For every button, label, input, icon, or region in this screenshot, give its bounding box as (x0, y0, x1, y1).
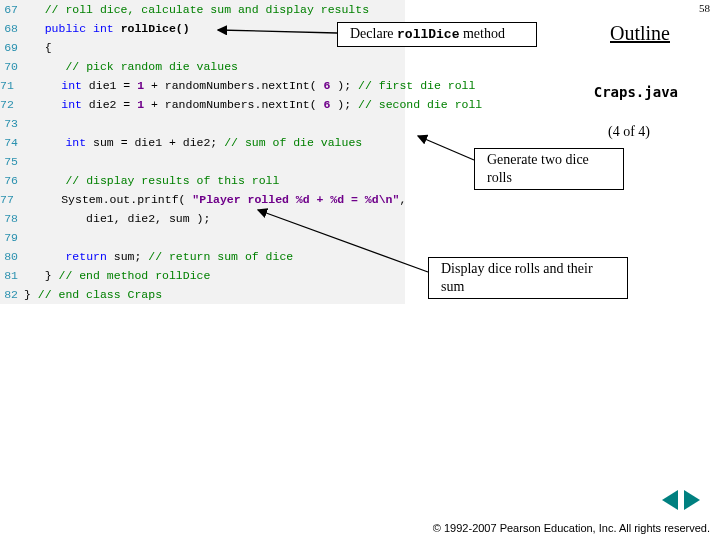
page-counter: (4 of 4) (608, 124, 650, 140)
code-line: 79 (0, 228, 405, 247)
callout-text: method (459, 26, 505, 41)
code-line: 80 return sum; // return sum of dice (0, 247, 405, 266)
code-text: int die1 = 1 + randomNumbers.nextInt( 6 … (20, 76, 476, 95)
code-text: // display results of this roll (24, 171, 279, 190)
line-number: 77 (0, 190, 20, 209)
code-line: 73 (0, 114, 405, 133)
code-text: } // end method rollDice (24, 266, 210, 285)
line-number: 81 (0, 266, 24, 285)
code-line: 75 (0, 152, 405, 171)
code-line: 70 // pick random die values (0, 57, 405, 76)
line-number: 71 (0, 76, 20, 95)
callout-code: rollDice (397, 27, 459, 42)
line-number: 76 (0, 171, 24, 190)
copyright-notice: © 1992-2007 Pearson Education, Inc. All … (433, 522, 710, 534)
line-number: 72 (0, 95, 20, 114)
callout-generate-rolls: Generate two dice rolls (474, 148, 624, 190)
line-number: 70 (0, 57, 24, 76)
code-line: 82} // end class Craps (0, 285, 405, 304)
line-number: 67 (0, 0, 24, 19)
line-number: 74 (0, 133, 24, 152)
line-number: 78 (0, 209, 24, 228)
code-text: public int rollDice() (24, 19, 190, 38)
line-number: 73 (0, 114, 24, 133)
code-line: 76 // display results of this roll (0, 171, 405, 190)
code-text: // pick random die values (24, 57, 238, 76)
callout-text: Declare (350, 26, 397, 41)
line-number: 79 (0, 228, 24, 247)
code-line: 72 int die2 = 1 + randomNumbers.nextInt(… (0, 95, 405, 114)
line-number: 69 (0, 38, 24, 57)
callout-text: Display dice rolls and their sum (441, 260, 619, 295)
line-number: 82 (0, 285, 24, 304)
code-line: 74 int sum = die1 + die2; // sum of die … (0, 133, 405, 152)
code-text: } // end class Craps (24, 285, 162, 304)
code-text: die1, die2, sum ); (24, 209, 210, 228)
outline-heading: Outline (610, 22, 670, 45)
slide-nav (662, 490, 700, 510)
code-text: System.out.printf( "Player rolled %d + %… (20, 190, 406, 209)
code-text: return sum; // return sum of dice (24, 247, 293, 266)
code-line: 81 } // end method rollDice (0, 266, 405, 285)
file-name-label: Craps.java (594, 84, 678, 100)
code-line: 77 System.out.printf( "Player rolled %d … (0, 190, 405, 209)
code-text: int sum = die1 + die2; // sum of die val… (24, 133, 362, 152)
code-line: 67 // roll dice, calculate sum and displ… (0, 0, 405, 19)
callout-text: Generate two dice rolls (487, 151, 615, 186)
svg-line-1 (418, 136, 474, 160)
page-number: 58 (699, 2, 710, 14)
code-line: 71 int die1 = 1 + randomNumbers.nextInt(… (0, 76, 405, 95)
code-text: int die2 = 1 + randomNumbers.nextInt( 6 … (20, 95, 482, 114)
line-number: 68 (0, 19, 24, 38)
prev-slide-button[interactable] (662, 490, 678, 510)
code-text: // roll dice, calculate sum and display … (24, 0, 369, 19)
line-number: 80 (0, 247, 24, 266)
callout-display-sum: Display dice rolls and their sum (428, 257, 628, 299)
code-line: 78 die1, die2, sum ); (0, 209, 405, 228)
code-text: { (24, 38, 52, 57)
callout-declare-method: Declare rollDice method (337, 22, 537, 47)
line-number: 75 (0, 152, 24, 171)
next-slide-button[interactable] (684, 490, 700, 510)
